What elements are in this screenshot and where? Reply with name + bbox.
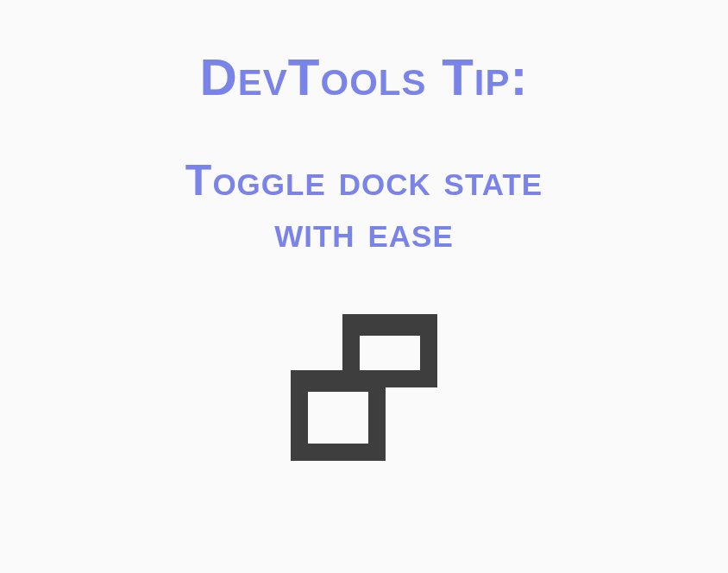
tip-subtitle: Toggle dock state with ease (185, 154, 543, 258)
subtitle-line-1: Toggle dock state (185, 156, 543, 205)
dock-windows-icon (291, 314, 437, 461)
icon-container (291, 314, 437, 461)
window-front-shape (291, 370, 386, 461)
subtitle-line-2: with ease (274, 208, 454, 256)
tip-title: DevTools Tip: (200, 47, 529, 107)
